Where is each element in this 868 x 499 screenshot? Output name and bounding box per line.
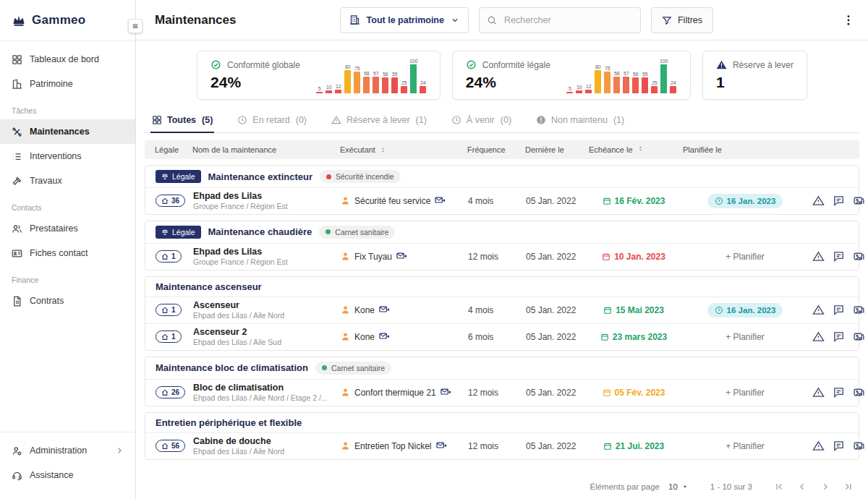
sidebar-item-travaux[interactable]: Travaux	[0, 169, 135, 193]
search-input[interactable]	[503, 14, 633, 26]
tab-toutes[interactable]: Toutes(5)	[150, 108, 214, 133]
sidebar-item-contrats[interactable]: Contrats	[0, 289, 135, 313]
sidebar-item-label: Travaux	[30, 176, 62, 186]
collapse-handle-icon	[132, 22, 139, 30]
hammer-icon	[12, 176, 22, 187]
cell-frequence: 4 mois	[468, 196, 520, 206]
sidebar-item-prestataires[interactable]: Prestataires	[0, 216, 135, 241]
sidebar-collapse-button[interactable]	[128, 19, 142, 33]
sidebar-item-administration[interactable]: Administration	[0, 438, 135, 463]
row-actions	[812, 192, 868, 210]
maintenance-row[interactable]: 1Ascenseur 2Ehpad des Lilas / Aile SudKo…	[145, 323, 859, 350]
photos-action-icon[interactable]	[853, 195, 865, 207]
previous-page-button[interactable]	[797, 482, 807, 492]
building-icon	[161, 197, 169, 205]
scale-icon	[161, 229, 169, 236]
alert-action-icon[interactable]	[812, 250, 825, 263]
photos-action-icon[interactable]	[853, 304, 865, 316]
alert-action-icon[interactable]	[812, 330, 825, 343]
group-tag: Carnet sanitaire	[319, 226, 395, 239]
alert-action-icon[interactable]	[812, 195, 825, 207]
sidebar-item-assistance[interactable]: Assistance	[0, 463, 135, 487]
comment-action-icon[interactable]	[833, 195, 845, 207]
chart-bar: 56	[382, 72, 389, 93]
sidebar-bottom: AdministrationAssistance	[0, 432, 135, 499]
comment-action-icon[interactable]	[833, 304, 845, 316]
asset-count: 1	[171, 252, 176, 260]
cell-executant: Entretien Top Nickel	[341, 440, 462, 451]
planned-date-chip[interactable]: 16 Jan. 2023	[707, 303, 783, 317]
planifier-link[interactable]: + Planifier	[726, 388, 765, 398]
logo[interactable]: Gammeo	[0, 0, 135, 40]
send-mail-icon[interactable]	[396, 251, 407, 262]
comment-action-icon[interactable]	[833, 440, 845, 452]
alert-action-icon[interactable]	[812, 304, 825, 316]
maintenance-row[interactable]: 1AscenseurEhpad des Lilas / Aile NordKon…	[145, 297, 859, 323]
kebab-menu-button[interactable]	[842, 14, 855, 27]
photos-action-icon[interactable]	[853, 330, 865, 343]
tab-non-maintenu[interactable]: Non maintenu(1)	[535, 108, 626, 133]
sidebar-item-label: Assistance	[30, 470, 73, 480]
column-header-executant[interactable]: Exécutant	[340, 145, 461, 154]
tab-en-retard[interactable]: En retard(0)	[236, 108, 308, 133]
next-page-button[interactable]	[820, 482, 830, 492]
maintenance-row[interactable]: 36Ehpad des LilasGroupe France / Région …	[145, 187, 859, 214]
logo-text: Gammeo	[32, 13, 86, 27]
list-icon	[12, 151, 22, 162]
tab-a-venir[interactable]: À venir(0)	[450, 108, 513, 133]
maintenance-row[interactable]: 26Bloc de climatisationEhpad des Lilas /…	[145, 379, 859, 406]
cell-name: Ascenseur 2Ehpad des Lilas / Aile Sud	[193, 327, 335, 347]
topbar: Maintenances Tout le patrimoine	[136, 0, 868, 40]
maintenance-row[interactable]: 1Ehpad des LilasGroupe France / Région E…	[145, 243, 859, 270]
comment-action-icon[interactable]	[833, 330, 845, 343]
maintenance-row[interactable]: 56Cabine de doucheEhpad des Lilas / Aile…	[145, 432, 859, 459]
photos-action-icon[interactable]	[853, 386, 865, 398]
chart-bar-label: 56	[383, 72, 388, 77]
sidebar-item-patrimoine[interactable]: Patrimoine	[0, 72, 135, 96]
photos-action-icon[interactable]	[853, 440, 865, 452]
alert-icon	[536, 115, 546, 125]
send-mail-icon[interactable]	[436, 440, 447, 451]
planned-date-chip[interactable]: 16 Jan. 2023	[707, 194, 783, 208]
send-mail-icon[interactable]	[379, 331, 390, 342]
photos-action-icon[interactable]	[853, 250, 865, 263]
chart-bar-rect	[401, 86, 407, 93]
chart-bar-label: 5	[318, 86, 321, 91]
building-icon	[349, 14, 360, 25]
chevron-down-icon	[451, 16, 459, 25]
patrimoine-scope-select[interactable]: Tout le patrimoine	[340, 7, 469, 33]
cell-echeance: 05 Fév. 2023	[590, 388, 678, 398]
last-page-button[interactable]	[843, 482, 854, 492]
alert-action-icon[interactable]	[812, 440, 825, 452]
group-header: Maintenance ascenseur	[145, 277, 859, 297]
send-mail-icon[interactable]	[441, 387, 451, 398]
tab-reserve-a-lever[interactable]: Réserve à lever(1)	[330, 108, 428, 133]
cell-executant: Sécurité feu service	[341, 195, 462, 206]
planifier-link[interactable]: + Planifier	[726, 441, 765, 451]
sidebar-item-interventions[interactable]: Interventions	[0, 144, 135, 169]
sidebar-item-label: Fiches contact	[30, 248, 88, 258]
kpi-label: Réserve à lever	[733, 60, 793, 70]
asset-count-badge: 1	[156, 250, 182, 263]
per-page-select[interactable]: 10	[668, 482, 689, 491]
search-box	[479, 7, 641, 33]
planifier-link[interactable]: + Planifier	[726, 252, 765, 262]
planifier-link[interactable]: + Planifier	[726, 332, 765, 342]
send-mail-icon[interactable]	[435, 195, 446, 206]
main-panel: Maintenances Tout le patrimoine	[136, 0, 868, 499]
send-mail-icon[interactable]	[379, 304, 390, 315]
chart-bar-rect	[566, 92, 573, 93]
first-page-button[interactable]	[774, 482, 784, 492]
sidebar-item-maintenances[interactable]: Maintenances	[0, 119, 135, 144]
filters-button[interactable]: Filtres	[651, 7, 713, 33]
alert-action-icon[interactable]	[812, 386, 825, 398]
comment-action-icon[interactable]	[833, 386, 845, 398]
sidebar-item-fiches-contact[interactable]: Fiches contact	[0, 241, 135, 265]
cell-executant: Kone	[341, 331, 462, 342]
chart-bar-label: 100	[660, 59, 668, 64]
sidebar-item-tableaux-de-bord[interactable]: Tableaux de bord	[0, 47, 135, 72]
cell-name: Ehpad des LilasGroupe France / Région Es…	[193, 191, 335, 211]
legale-badge-label: Légale	[172, 228, 195, 236]
comment-action-icon[interactable]	[833, 250, 845, 263]
column-header-echeance[interactable]: Echéance le	[589, 145, 677, 154]
